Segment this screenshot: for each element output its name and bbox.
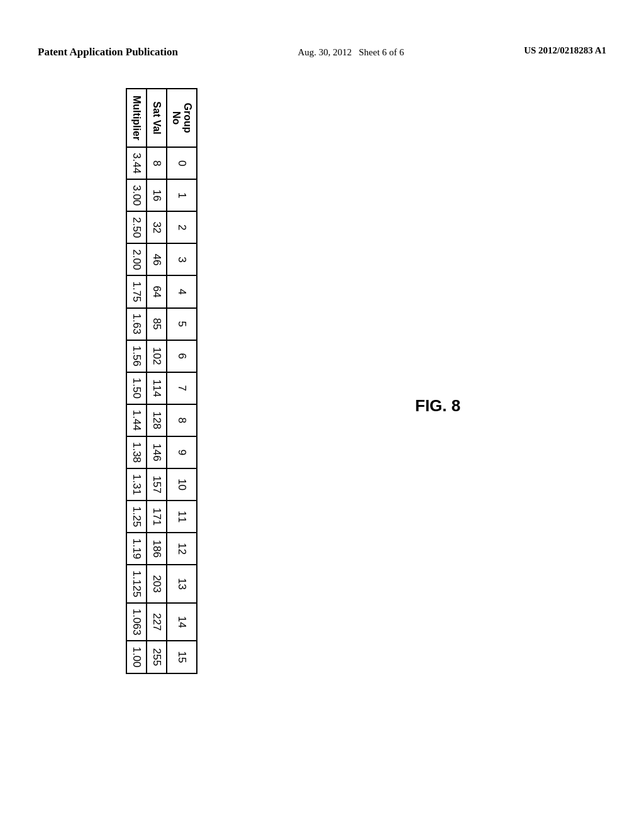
table-cell-r0-c13: 13 (167, 565, 197, 603)
table-cell-r2-c9: 1.38 (126, 436, 147, 468)
table-cell-r0-c8: 8 (167, 404, 197, 436)
table-cell-r0-c15: 15 (167, 641, 197, 673)
patent-number: US 2012/0218283 A1 (524, 45, 606, 56)
table-row: Sat Val816324664851021141281461571711862… (147, 89, 167, 673)
table-cell-r2-c11: 1.25 (126, 501, 147, 533)
table-cell-r1-c0: 8 (147, 147, 167, 179)
table-cell-r2-c12: 1.19 (126, 533, 147, 565)
table-cell-r1-c3: 46 (147, 243, 167, 275)
table-cell-r2-c1: 3.00 (126, 179, 147, 211)
table-cell-r0-c5: 5 (167, 308, 197, 340)
table-cell-r0-c6: 6 (167, 340, 197, 372)
table-cell-r2-c13: 1.125 (126, 565, 147, 603)
row-header-1: Sat Val (147, 89, 167, 147)
table-cell-r0-c1: 1 (167, 179, 197, 211)
page-header: Patent Application Publication Aug. 30, … (0, 45, 644, 60)
publication-title: Patent Application Publication (38, 45, 178, 59)
table-cell-r2-c2: 2.50 (126, 211, 147, 243)
table-cell-r2-c14: 1.063 (126, 603, 147, 641)
table-cell-r2-c5: 1.63 (126, 308, 147, 340)
table-cell-r1-c4: 64 (147, 275, 167, 307)
table-cell-r0-c3: 3 (167, 243, 197, 275)
table-cell-r2-c0: 3.44 (126, 147, 147, 179)
table-cell-r0-c11: 11 (167, 501, 197, 533)
table-cell-r1-c9: 146 (147, 436, 167, 468)
table-cell-r1-c13: 203 (147, 565, 167, 603)
row-header-0: Group No (167, 89, 197, 147)
table-cell-r0-c10: 10 (167, 468, 197, 501)
table-cell-r1-c5: 85 (147, 308, 167, 340)
table-cell-r0-c9: 9 (167, 436, 197, 468)
table-cell-r2-c10: 1.31 (126, 468, 147, 501)
table-cell-r1-c12: 186 (147, 533, 167, 565)
table-cell-r1-c1: 16 (147, 179, 167, 211)
table-cell-r2-c7: 1.50 (126, 372, 147, 404)
table-cell-r0-c12: 12 (167, 533, 197, 565)
data-table: Group No0123456789101112131415Sat Val816… (126, 88, 197, 674)
table-cell-r1-c2: 32 (147, 211, 167, 243)
table-cell-r1-c14: 227 (147, 603, 167, 641)
publication-date: Aug. 30, 2012 (297, 47, 352, 57)
sheet-info: Sheet 6 of 6 (359, 47, 404, 57)
table-cell-r1-c7: 114 (147, 372, 167, 404)
table-cell-r2-c3: 2.00 (126, 243, 147, 275)
table-cell-r0-c2: 2 (167, 211, 197, 243)
table-cell-r1-c10: 157 (147, 468, 167, 501)
table-row: Multiplier3.443.002.502.001.751.631.561.… (126, 89, 147, 673)
table-cell-r2-c15: 1.00 (126, 641, 147, 673)
table-cell-r1-c15: 255 (147, 641, 167, 673)
table-cell-r2-c8: 1.44 (126, 404, 147, 436)
figure-label: FIG. 8 (415, 396, 460, 416)
publication-date-sheet: Aug. 30, 2012 Sheet 6 of 6 (297, 45, 404, 60)
table-cell-r1-c6: 102 (147, 340, 167, 372)
table-cell-r2-c4: 1.75 (126, 275, 147, 307)
table-cell-r2-c6: 1.56 (126, 340, 147, 372)
table-cell-r1-c8: 128 (147, 404, 167, 436)
row-header-2: Multiplier (126, 89, 147, 147)
table-cell-r0-c0: 0 (167, 147, 197, 179)
table-row: Group No0123456789101112131415 (167, 89, 197, 673)
table-cell-r1-c11: 171 (147, 501, 167, 533)
table-cell-r0-c14: 14 (167, 603, 197, 641)
table-wrapper: Group No0123456789101112131415Sat Val816… (126, 88, 644, 160)
table-cell-r0-c4: 4 (167, 275, 197, 307)
table-cell-r0-c7: 7 (167, 372, 197, 404)
